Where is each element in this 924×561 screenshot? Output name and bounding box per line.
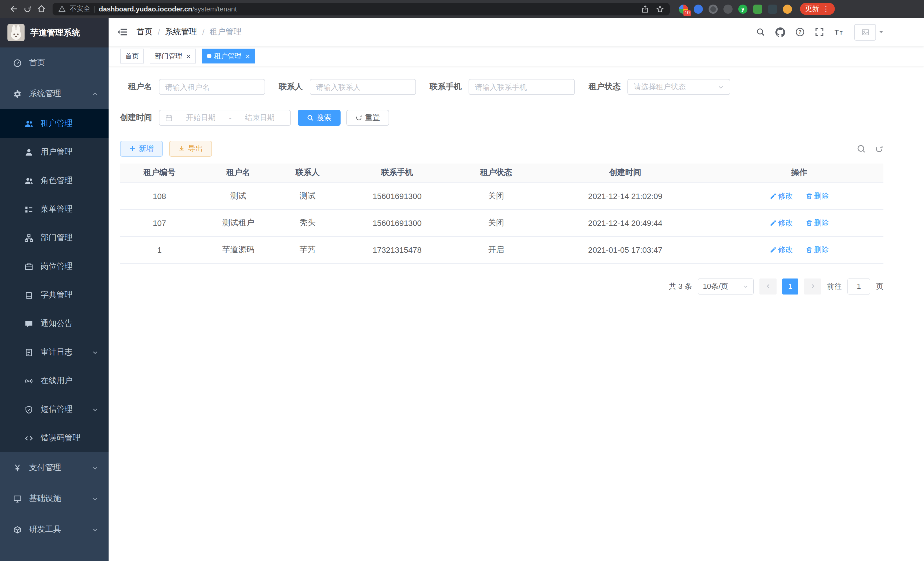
goto-page-input[interactable]: [848, 278, 870, 294]
edit-link[interactable]: 修改: [770, 218, 793, 228]
extension-icon-4[interactable]: [723, 4, 733, 14]
delete-link[interactable]: 删除: [806, 191, 829, 201]
sidebar-item-label: 支付管理: [29, 463, 61, 473]
plus-icon: [129, 145, 136, 152]
contact-name-input[interactable]: [310, 79, 416, 95]
filter-row-2: 创建时间 开始日期 - 结束日期 搜索 重置: [120, 110, 884, 126]
close-icon[interactable]: ×: [245, 52, 250, 60]
end-date-placeholder[interactable]: 结束日期: [235, 113, 285, 123]
goto-label: 前往: [827, 281, 842, 291]
sidebar-item-system-management[interactable]: 系统管理: [0, 78, 109, 109]
extension-icon-5[interactable]: y: [738, 4, 747, 14]
address-bar[interactable]: 不安全 dashboard.yudao.iocoder.cn/system/te…: [52, 3, 670, 15]
breadcrumb-item-system[interactable]: 系统管理: [165, 27, 197, 37]
contact-mobile-input[interactable]: [469, 79, 575, 95]
user-avatar-menu[interactable]: [854, 24, 884, 40]
tag-home[interactable]: 首页: [120, 49, 144, 63]
chevron-down-icon: [92, 465, 98, 471]
sidebar-item-label: 岗位管理: [40, 261, 73, 272]
sidebar-item-dev-tools[interactable]: 研发工具: [0, 514, 109, 545]
date-range-separator: -: [229, 114, 232, 122]
tag-dept-management[interactable]: 部门管理 ×: [150, 49, 196, 63]
reset-button[interactable]: 重置: [346, 110, 389, 126]
yen-icon: [13, 463, 22, 472]
sidebar-item-dict-management[interactable]: 字典管理: [0, 281, 109, 309]
help-button[interactable]: ?: [795, 27, 805, 37]
page-size-select[interactable]: 10条/页: [698, 278, 754, 294]
calendar-icon: [165, 114, 172, 122]
sidebar-item-error-code-management[interactable]: 错误码管理: [0, 424, 109, 452]
omnibox-actions: [641, 5, 664, 13]
sidebar-item-home[interactable]: 首页: [0, 47, 109, 78]
breadcrumb-item-current: 租户管理: [210, 27, 242, 37]
avatar[interactable]: [854, 24, 876, 40]
tag-label: 首页: [125, 51, 139, 61]
edit-link[interactable]: 修改: [770, 191, 793, 201]
header-search-button[interactable]: [756, 27, 765, 37]
svg-text:?: ?: [799, 29, 802, 35]
sidebar-item-audit-log[interactable]: 审计日志: [0, 338, 109, 367]
extension-icon-7[interactable]: [768, 4, 777, 14]
sidebar-item-label: 字典管理: [40, 290, 73, 300]
column-header: 联系人: [278, 164, 338, 182]
home-button[interactable]: [34, 2, 48, 16]
search-button[interactable]: 搜索: [298, 110, 340, 126]
sidebar-item-notice[interactable]: 通知公告: [0, 309, 109, 338]
font-size-button[interactable]: TT: [834, 27, 844, 37]
bookmark-star-icon[interactable]: [656, 5, 664, 13]
export-button[interactable]: 导出: [169, 141, 212, 157]
sidebar-item-role-management[interactable]: 角色管理: [0, 166, 109, 195]
create-time-range-picker[interactable]: 开始日期 - 结束日期: [159, 110, 291, 126]
table-row: 1 芋道源码 芋艿 17321315478 开启 2021-01-05 17:0…: [120, 236, 884, 263]
tenant-status-select[interactable]: 请选择租户状态: [627, 79, 730, 95]
delete-link[interactable]: 删除: [806, 244, 829, 255]
close-icon[interactable]: ×: [186, 52, 190, 60]
next-page-button[interactable]: [804, 278, 821, 294]
refresh-icon: [875, 144, 884, 153]
breadcrumb-item-home[interactable]: 首页: [136, 27, 153, 37]
user-icon: [24, 148, 33, 156]
toggle-search-button[interactable]: [856, 144, 866, 153]
sidebar-item-online-users[interactable]: 在线用户: [0, 367, 109, 395]
sidebar-toggle-button[interactable]: [117, 27, 128, 37]
prev-page-button[interactable]: [759, 278, 777, 294]
sidebar-item-infrastructure[interactable]: 基础设施: [0, 483, 109, 514]
filter-contact-name: 联系人: [279, 79, 416, 95]
page-number-current[interactable]: 1: [782, 278, 798, 294]
add-button[interactable]: 新增: [120, 141, 163, 157]
extension-icon-3[interactable]: [709, 4, 718, 14]
sidebar-item-post-management[interactable]: 岗位管理: [0, 252, 109, 281]
tenant-name-input[interactable]: [159, 79, 265, 95]
sidebar-item-dept-management[interactable]: 部门管理: [0, 224, 109, 252]
sidebar-item-user-management[interactable]: 用户管理: [0, 138, 109, 166]
profile-avatar-icon[interactable]: [783, 4, 792, 14]
extension-icon-6[interactable]: [753, 4, 762, 14]
share-icon[interactable]: [641, 5, 649, 13]
extension-icon-1[interactable]: 10: [679, 4, 688, 14]
sidebar-item-tenant-management[interactable]: 租户管理: [0, 109, 109, 138]
reload-button[interactable]: [21, 2, 34, 16]
address-divider: [94, 5, 95, 12]
sidebar-item-label: 用户管理: [40, 147, 73, 157]
shield-icon: [24, 405, 33, 414]
refresh-table-button[interactable]: [875, 144, 884, 153]
monitor-icon: [13, 494, 22, 503]
github-icon: [776, 27, 785, 37]
sidebar-item-sms-management[interactable]: 短信管理: [0, 395, 109, 424]
app-shell: 芋道管理系统 首页 系统管理 租户管理 用户管理 角色管理: [0, 18, 924, 561]
logo-avatar: [8, 24, 25, 41]
sidebar-logo[interactable]: 芋道管理系统: [0, 18, 109, 47]
github-button[interactable]: [776, 27, 785, 37]
browser-menu-kebab-icon[interactable]: ⋮: [822, 5, 830, 13]
browser-update-button[interactable]: 更新 ⋮: [800, 3, 835, 15]
edit-link[interactable]: 修改: [770, 244, 793, 255]
extension-icon-2[interactable]: [694, 4, 703, 14]
start-date-placeholder[interactable]: 开始日期: [176, 113, 226, 123]
back-button[interactable]: [7, 2, 21, 16]
delete-link[interactable]: 删除: [806, 218, 829, 228]
sidebar-item-payment-management[interactable]: 支付管理: [0, 452, 109, 483]
fullscreen-button[interactable]: [815, 27, 824, 37]
sidebar-item-menu-management[interactable]: 菜单管理: [0, 195, 109, 224]
tag-tenant-management[interactable]: 租户管理 ×: [201, 49, 255, 63]
create-time-label: 创建时间: [120, 113, 152, 123]
